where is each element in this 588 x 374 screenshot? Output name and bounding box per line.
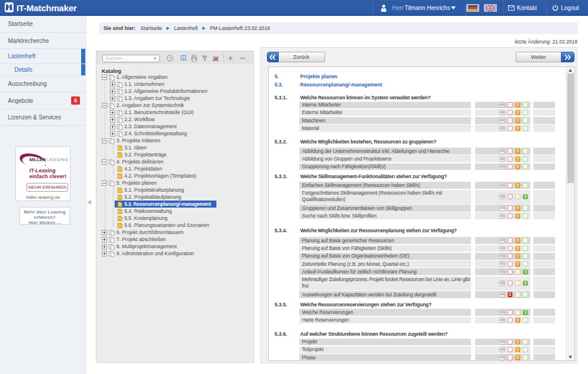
svg-text:?: ? — [169, 55, 172, 61]
